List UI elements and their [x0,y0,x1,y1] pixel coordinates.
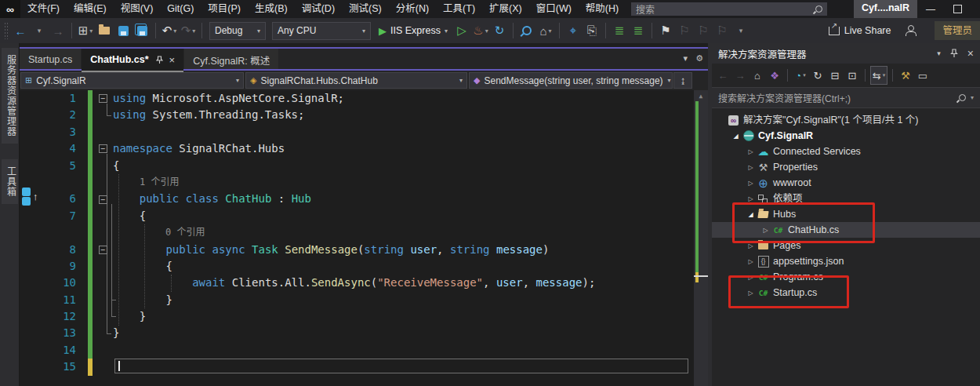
pin-icon[interactable] [156,56,163,64]
tree-item-appsettings.json[interactable]: ▷{}appsettings.json [712,253,980,269]
menu-item-n[interactable]: 分析(N) [389,0,436,18]
expander-closed-icon[interactable]: ▷ [745,258,757,265]
collapse-icon[interactable]: − [99,246,107,254]
pin-icon[interactable] [950,49,958,58]
code-editor[interactable]: 1−using Microsoft.AspNetCore.SignalR;2us… [20,90,708,386]
next-bookmark-icon[interactable]: ⚐ [695,21,712,40]
expander-open-icon[interactable]: ◢ [730,133,742,140]
navigate-forward-icon[interactable]: → [49,21,67,40]
editor-group: Startup.csChatHub.cs*×Cyf.SignalR: 概述 ▾ … [20,43,708,386]
save-icon[interactable] [114,21,132,40]
hot-reload-icon[interactable]: ♨▾ [472,21,489,40]
tree-item-cyf.signalr11[interactable]: ∞解决方案"Cyf.SignalR"(1 个项目/共 1 个) [712,112,980,128]
clear-bookmarks-icon[interactable]: ⚐ [713,21,731,40]
close-icon[interactable]: × [169,54,176,66]
undo-icon[interactable]: ↶▾ [161,21,178,40]
start-without-debugging-icon[interactable]: ▷ [453,21,470,40]
quick-search-input[interactable]: 搜索 [631,2,827,16]
feedback-icon[interactable] [905,25,917,36]
open-file-icon[interactable] [96,21,113,40]
toolbar-drag-handle[interactable] [4,22,9,39]
document-tab[interactable]: ChatHub.cs*× [82,49,183,72]
format-document-icon[interactable]: ⎘ [583,21,601,40]
show-all-files-icon[interactable]: ⊡ [844,67,860,84]
menu-item-t[interactable]: 工具(T) [436,0,482,18]
tree-item-cyf.signalr[interactable]: ◢Cyf.SignalR [712,128,980,144]
bookmark-icon[interactable]: ⚑ [657,21,674,40]
codelens-references[interactable]: 0 个引用 [113,224,708,241]
window-position-dropdown-icon[interactable]: ▾ [937,49,941,57]
back-icon[interactable]: ← [715,67,731,84]
expander-closed-icon[interactable]: ▷ [745,180,757,187]
prev-bookmark-icon[interactable]: ⚐ [676,21,693,40]
back-dropdown-icon[interactable]: ▾ [31,21,48,40]
close-icon[interactable]: × [967,47,974,60]
redo-icon[interactable]: ↷▾ [180,21,197,40]
switch-views-icon[interactable]: ❖ [767,67,782,84]
toolbar-separator [71,23,72,38]
forward-icon[interactable]: → [732,67,748,84]
save-all-icon[interactable] [133,21,151,40]
navigate-back-icon[interactable]: ← [12,21,29,40]
menu-item-b[interactable]: 生成(B) [248,0,295,18]
debug-config-select[interactable]: Debug▾ [209,22,266,40]
side-tab-toolbox[interactable]: 工具箱 [2,159,18,204]
collapse-all-icon[interactable]: ⊟ [827,67,843,84]
document-tab[interactable]: Cyf.SignalR: 概述 [184,49,278,71]
menu-item-x[interactable]: 扩展(X) [482,0,529,18]
new-project-icon[interactable]: ⊞▾ [77,21,94,40]
maximize-button[interactable] [944,0,971,18]
document-tab[interactable]: Startup.cs [20,49,81,71]
menu-item-w[interactable]: 窗口(W) [529,0,579,18]
sync-with-active-document-icon[interactable]: ⇆▾ [870,66,887,85]
start-debug-button[interactable]: ▶IIS Express▾ [379,25,448,37]
solution-explorer-search-input[interactable]: 搜索解决方案资源管理器(Ctrl+;) ▾ [712,87,980,108]
uncomment-lines-icon[interactable]: ≣ [630,21,647,40]
restart-icon[interactable]: ↻ [491,21,508,40]
type-dropdown[interactable]: ◈ SignalRChat.Hubs.ChatHub ▾ [245,72,467,89]
menu-item-p[interactable]: 项目(P) [201,0,248,18]
editor-vertical-scrollbar[interactable]: ▲ [694,90,708,386]
tree-item-wwwroot[interactable]: ▷⊕wwwroot [712,175,980,191]
overflow-dropdown-icon[interactable]: ▾ [732,21,750,40]
chevron-down-icon: ▾ [192,27,195,35]
project-dropdown[interactable]: ⊞ Cyf.SignalR ▾ [20,72,244,89]
preview-selected-icon[interactable]: ▭ [915,67,931,84]
expander-closed-icon[interactable]: ▷ [745,164,757,171]
navigate-cursor-icon[interactable]: ⌖ [564,21,582,40]
tab-list-dropdown-icon[interactable]: ▾ [684,53,688,64]
menu-item-h[interactable]: 帮助(H) [579,0,626,18]
tab-options-gear-icon[interactable]: ⚙ [695,53,703,64]
pending-changes-filter-icon[interactable]: ◔▾ [793,67,808,84]
menu-item-gitg[interactable]: Git(G) [160,0,201,18]
menu-item-e[interactable]: 编辑(E) [67,0,114,18]
menu-item-d[interactable]: 调试(D) [295,0,342,18]
live-share-button[interactable]: Live Share [829,25,891,36]
find-in-files-icon[interactable] [518,21,535,40]
tree-item-connectedservices[interactable]: ▷☁Connected Services [712,144,980,159]
menu-item-v[interactable]: 视图(V) [114,0,161,18]
cloud-icon: ☁ [757,146,770,157]
expander-closed-icon[interactable]: ▷ [745,148,757,155]
ide-navigator-icon[interactable]: ⌂▾ [537,21,554,40]
tree-item-properties[interactable]: ▷⚒Properties [712,159,980,175]
ime-indicator[interactable]: ↑ [22,188,38,206]
scroll-up-icon[interactable]: ▲ [694,90,708,101]
side-tab-server-explorer[interactable]: 服务器资源管理器 [2,48,18,144]
live-share-label: Live Share [844,25,891,36]
codelens-references[interactable]: 1 个引用 [113,174,708,191]
collapse-icon[interactable]: − [99,144,107,153]
home-icon[interactable]: ⌂ [750,67,765,84]
refresh-icon[interactable]: ↻ [810,67,826,84]
collapse-icon[interactable]: − [99,195,107,204]
collapse-icon[interactable]: − [99,94,107,103]
properties-icon[interactable]: ⚒ [898,67,913,84]
split-window-button[interactable]: ↨ [673,72,692,89]
menu-item-s[interactable]: 测试(S) [342,0,389,18]
platform-select[interactable]: Any CPU▾ [272,22,371,40]
comment-lines-icon[interactable]: ≣ [611,21,628,40]
minimize-button[interactable]: — [917,0,944,18]
menu-item-f[interactable]: 文件(F) [20,0,67,18]
expander-closed-icon[interactable]: ▷ [745,195,757,202]
member-dropdown[interactable]: ◆ SendMessage(string user, string messag… [469,72,673,89]
